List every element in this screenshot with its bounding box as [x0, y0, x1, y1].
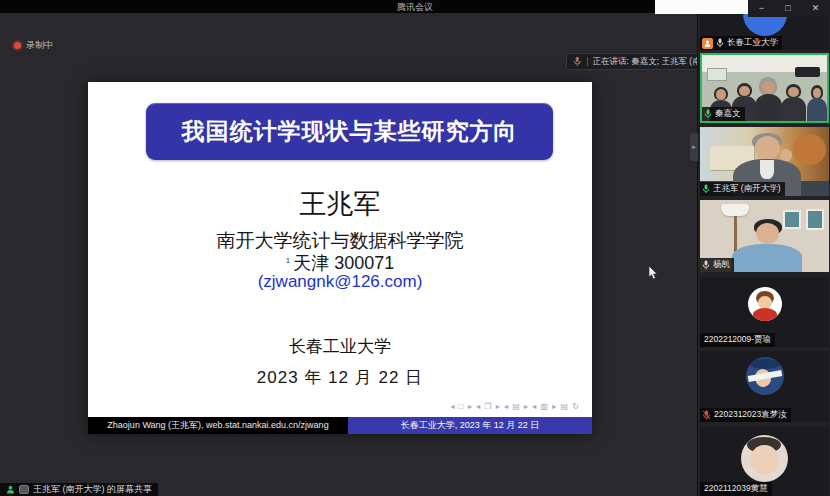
participant-label: 2202212009-贾瑜 [700, 333, 775, 347]
mic-muted-icon [702, 410, 711, 420]
divider [587, 57, 588, 66]
participant-person [741, 219, 793, 272]
participant-name: 长春工业大学 [727, 37, 778, 49]
slide-email: (zjwangnk@126.com) [88, 272, 592, 292]
slide-footer-author: Zhaojun Wang (王兆军), web.stat.nankai.edu.… [88, 417, 348, 434]
recording-indicator: 录制中 [14, 39, 53, 52]
wall-picture [806, 209, 824, 231]
participant-name: 王兆军 (南开大学) [713, 183, 781, 195]
participant-name: 杨凯 [713, 259, 730, 271]
participant-label: 2202112039黄慧 [700, 482, 772, 496]
participant-label: 秦嘉文 [702, 107, 745, 121]
mic-on-icon [702, 260, 710, 270]
autumn-tree [793, 134, 827, 165]
video-tile-huanghui[interactable]: 2202112039黄慧 [700, 427, 829, 496]
beamer-navigation-icons: ◂ □ ▸ ◂ ❐ ▸ ◂ ▤ ▸ ◂ ▥ ▸ ▤ ↻ [451, 402, 580, 411]
slide-footer: Zhaojun Wang (王兆军), web.stat.nankai.edu.… [88, 417, 592, 434]
participant-name: 秦嘉文 [715, 108, 741, 120]
participant-video-sidebar: ▸ 长春工业大学 [697, 13, 830, 496]
slide-title: 我国统计学现状与某些研究方向 [182, 116, 518, 147]
microphone-icon [573, 56, 582, 67]
host-badge-icon [702, 38, 713, 49]
minimize-button[interactable]: − [759, 4, 764, 13]
classroom-window [707, 68, 727, 81]
avatar [746, 357, 784, 395]
participant-label: 王兆军 (南开大学) [700, 182, 785, 196]
slide-title-box: 我国统计学现状与某些研究方向 [146, 103, 553, 160]
participant-label: 杨凯 [700, 258, 734, 272]
mouse-cursor-icon [648, 265, 659, 281]
background-window-fragment [655, 0, 748, 14]
shared-app-icon [19, 485, 29, 494]
sidebar-collapse-handle[interactable]: ▸ [690, 133, 698, 161]
avatar [741, 435, 788, 482]
slide-footer-venue: 长春工业大学, 2023 年 12 月 22 日 [348, 417, 592, 434]
classroom-tv [795, 67, 820, 78]
window-controls: − □ ✕ [748, 0, 830, 17]
slide-author: 王兆军 [88, 186, 592, 222]
slide-address-text: 天津 300071 [293, 253, 394, 273]
slide-date: 2023 年 12 月 22 日 [88, 366, 592, 389]
avatar [748, 287, 782, 321]
participant-name: 2202212009-贾瑜 [704, 334, 771, 346]
slide-venue: 长春工业大学 [88, 335, 592, 358]
screen-share-label: 王兆军 (南开大学) 的屏幕共享 [33, 483, 152, 496]
presentation-slide: 我国统计学现状与某些研究方向 王兆军 南开大学统计与数据科学学院 1天津 300… [88, 82, 592, 434]
video-tile-yuanmengru[interactable]: 2202312023袁梦汝 [700, 351, 829, 422]
audience-person [807, 85, 827, 121]
presenter-person-icon [6, 485, 15, 494]
tencent-meeting-window: 腾讯会议 − □ ✕ 录制中 正在讲话: 秦嘉文; 王兆军 (南.. 我国统计学… [0, 0, 830, 496]
floor-lamp [721, 204, 749, 216]
screen-share-statusbar: 王兆军 (南开大学) 的屏幕共享 [0, 483, 158, 496]
close-button[interactable]: ✕ [812, 4, 820, 13]
audience-person-elder [755, 77, 783, 121]
mic-speaking-icon [702, 184, 710, 194]
participant-label: 长春工业大学 [700, 36, 782, 50]
video-tile-qinjiawen[interactable]: 秦嘉文 [700, 53, 829, 123]
participant-name: 2202312023袁梦汝 [714, 409, 787, 421]
video-tile-yangkai[interactable]: 杨凯 [700, 200, 829, 272]
participant-label: 2202312023袁梦汝 [700, 408, 791, 422]
audience-person [781, 84, 806, 121]
participant-name: 2202112039黄慧 [704, 483, 768, 495]
speaking-label: 正在讲话: 秦嘉文; 王兆军 (南.. [593, 56, 700, 68]
mic-on-icon [716, 38, 724, 48]
screen-share-area: 录制中 正在讲话: 秦嘉文; 王兆军 (南.. 我国统计学现状与某些研究方向 王… [0, 13, 697, 496]
recording-dot-icon [14, 42, 21, 49]
maximize-button[interactable]: □ [785, 4, 790, 13]
video-tile-changchun-univ[interactable]: 长春工业大学 [700, 14, 829, 50]
video-tile-wangzhaojun[interactable]: 王兆军 (南开大学) [700, 127, 829, 196]
speaking-indicator: 正在讲话: 秦嘉文; 王兆军 (南.. [566, 53, 706, 70]
video-tile-jiayu[interactable]: 2202212009-贾瑜 [700, 277, 829, 347]
avatar [743, 14, 787, 36]
recording-label: 录制中 [26, 39, 53, 52]
mic-speaking-icon [704, 109, 712, 119]
institute-marker: 1 [286, 256, 290, 265]
